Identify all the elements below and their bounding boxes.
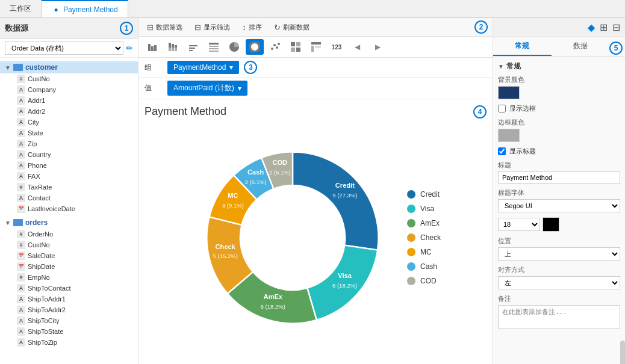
item-name: ShipToAddr2 [28,306,66,313]
legend-dot-cod [407,277,415,285]
chart-pivot-button[interactable] [307,39,325,55]
tree-group-header-orders[interactable]: ▼ orders [0,217,138,229]
svg-rect-30 [315,46,321,48]
scrollbar-thumb[interactable] [620,341,625,364]
tab-data[interactable]: 数据 [552,37,610,56]
svg-rect-8 [175,48,177,51]
data-filter-button[interactable]: ⊟ 数据筛选 [143,21,186,34]
svg-rect-7 [175,45,177,48]
tree-item-contact[interactable]: AContact [0,193,138,203]
tree-item-shipdate[interactable]: 📅ShipDate [0,261,138,272]
font-color-swatch[interactable] [543,217,559,232]
tree-item-addr1[interactable]: AAddr1 [0,95,138,106]
prop-bg-color-swatch[interactable] [498,86,520,99]
tab-workspace[interactable]: 工作区 [0,0,42,17]
sort-button[interactable]: ↕ 排序 [238,21,266,34]
item-type-icon: 📅 [17,205,25,213]
tab-general[interactable]: 常规 [493,37,552,56]
tree-item-shiptozip[interactable]: AShipToZip [0,337,138,348]
tree-item-phone[interactable]: APhone [0,160,138,171]
show-title-checkbox[interactable] [498,147,506,155]
item-name: City [28,119,39,126]
tree-group-orders: ▼ orders #OrderNo#CustNo📅SaleDate📅ShipDa… [0,215,138,349]
item-type-icon: A [17,129,25,137]
config-value-dropdown[interactable]: AmountPaid (计数) ▾ [167,81,247,96]
tree-item-zip[interactable]: AZip [0,138,138,149]
chart-bar-button[interactable] [143,39,161,55]
chart-bar2-button[interactable] [164,39,182,55]
prop-border-color-label: 边框颜色 [498,118,620,127]
chart-pie-button[interactable] [225,39,243,55]
svg-rect-27 [296,48,300,52]
chart-donut-button[interactable] [246,39,264,55]
prop-bg-color-label: 背景颜色 [498,75,620,84]
chart-grid-button[interactable] [287,39,305,55]
tree-item-shiptocity[interactable]: AShipToCity [0,315,138,326]
workspace-tab-label: 工作区 [10,4,31,14]
chart-nav-next[interactable]: ▶ [368,39,387,55]
chart-table-button[interactable] [205,39,223,55]
refresh-button[interactable]: ↻ 刷新数据 [270,21,313,34]
donut-chart[interactable]: Credit9 (27.3%)Visa6 (18.2%)AmEx6 (18.2%… [190,141,395,334]
tree-item-custno[interactable]: #CustNo [0,73,138,84]
tab-payment-method[interactable]: ● Payment Method [42,0,128,17]
font-size-select[interactable]: 18 14 16 20 [498,218,540,231]
legend-label-check: Check [420,233,441,242]
legend-item-mc: MC [407,248,441,256]
prop-position: 位置 上 下 左 右 [498,236,620,261]
tree-item-shiptoaddr1[interactable]: AShipToAddr1 [0,294,138,304]
tree-item-lastinvoicedate[interactable]: 📅LastInvoiceDate [0,203,138,214]
tree-item-taxrate[interactable]: #TaxRate [0,182,138,193]
tree-item-addr2[interactable]: AAddr2 [0,106,138,117]
chevron-down-icon-2: ▾ [238,84,241,93]
item-type-icon: A [17,338,25,347]
toolbar-row: ⊟ 数据筛选 ⊟ 显示筛选 ↕ 排序 ↻ 刷新数据 2 [138,18,493,37]
prop-border-color-swatch[interactable] [498,129,520,142]
data-source-select[interactable]: Order Data (存档) [5,42,123,55]
tree-item-shiptoaddr2[interactable]: AShipToAddr2 [0,304,138,315]
prop-notes-textarea[interactable] [498,305,620,329]
config-group-dropdown[interactable]: PaymentMethod ▾ [167,61,239,74]
item-name: ShipToState [28,328,63,335]
item-type-icon: A [17,140,25,148]
chevron-down-icon: ▾ [229,63,233,72]
tree-item-saledate[interactable]: 📅SaleDate [0,250,138,261]
display-filter-button[interactable]: ⊟ 显示筛选 [191,21,234,34]
show-border-checkbox[interactable] [498,105,506,113]
refresh-label: 刷新数据 [283,23,309,32]
filter-icon: ⊟ [147,23,154,32]
tree-item-custno[interactable]: #CustNo [0,239,138,250]
item-name: Phone [28,162,47,169]
legend-label-visa: Visa [420,205,434,213]
prop-title-input[interactable] [498,171,620,184]
item-name: EmpNo [28,274,50,281]
tree-item-shiptocontact[interactable]: AShipToContact [0,283,138,294]
prop-show-border: 显示边框 [498,104,620,113]
tree-item-city[interactable]: ACity [0,117,138,128]
tree-item-country[interactable]: ACountry [0,149,138,160]
panel-icon-diamond[interactable]: ◆ [588,22,595,33]
chart-number-button[interactable]: 123 [328,39,346,55]
prop-font-select[interactable]: Segoe UI Arial [498,199,620,212]
item-name: TaxRate [28,184,52,191]
prop-position-select[interactable]: 上 下 左 右 [498,247,620,261]
edit-datasource-button[interactable]: ✏ [126,43,133,53]
tree-item-fax[interactable]: AFAX [0,171,138,182]
panel-icon-grid1[interactable]: ⊞ [600,22,608,33]
panel-icon-grid2[interactable]: ⊟ [612,22,620,33]
chart-bar3-button[interactable] [184,39,202,55]
tree-item-state[interactable]: AState [0,128,138,138]
tree-item-shiptostate[interactable]: AShipToState [0,326,138,337]
chart-scatter-button[interactable] [266,39,284,55]
prop-alignment: 对齐方式 左 中 右 [498,265,620,289]
prop-alignment-select[interactable]: 左 中 右 [498,276,620,289]
svg-rect-2 [154,45,157,51]
left-panel: 数据源 1 Order Data (存档) ✏ ▼ customer #Cust… [0,18,138,364]
tree-item-company[interactable]: ACompany [0,84,138,95]
segment-value-check: 5 (15.2%) [213,253,238,259]
tree-group-header-customer[interactable]: ▼ customer [0,61,138,73]
font-size-color-row: 18 14 16 20 [498,217,620,232]
tree-item-orderno[interactable]: #OrderNo [0,229,138,239]
chart-nav-prev[interactable]: ◀ [348,39,366,55]
tree-item-empno[interactable]: #EmpNo [0,272,138,283]
